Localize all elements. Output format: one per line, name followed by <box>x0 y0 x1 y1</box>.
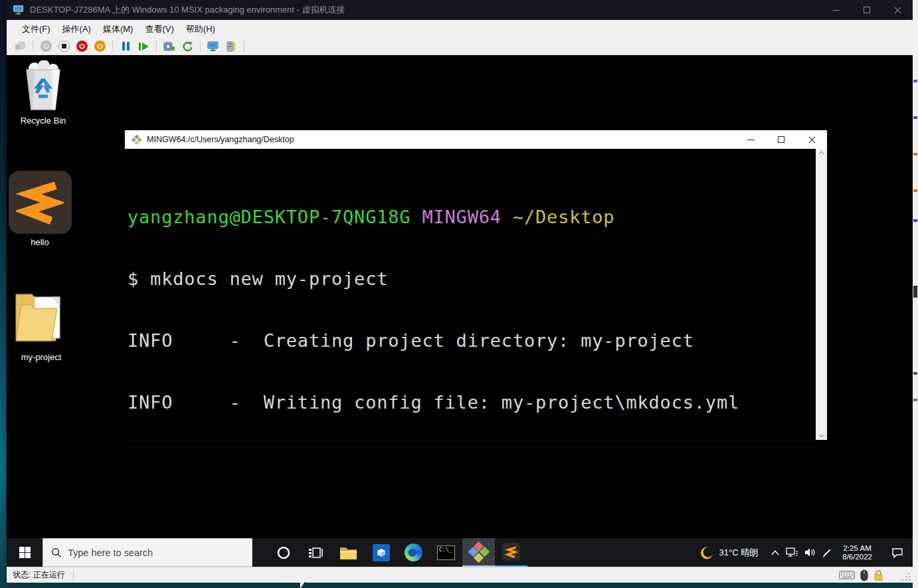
vm-close-button[interactable] <box>882 0 913 20</box>
sublime-text-icon <box>502 543 520 561</box>
mouse-cursor <box>300 581 305 588</box>
desktop-icon-label: hello <box>31 237 48 247</box>
close-icon <box>894 7 901 14</box>
turn-off-button[interactable] <box>57 40 70 53</box>
terminal-scrollbar[interactable] <box>816 149 827 440</box>
taskbar-sublime-button[interactable] <box>495 538 527 567</box>
mouse-status-icon[interactable] <box>860 569 868 581</box>
revert-button[interactable] <box>181 40 194 53</box>
save-state-button[interactable] <box>93 40 106 53</box>
search-input[interactable] <box>68 547 234 558</box>
terminal-output[interactable]: yangzhang@DESKTOP-7QNG18G MINGW64 ~/Desk… <box>125 149 816 440</box>
edge-icon <box>405 543 422 561</box>
network-icon[interactable] <box>786 547 798 557</box>
vm-taskbar: C:\_ 31°C 晴朗 <box>7 538 913 567</box>
terminal-info-line: INFO - Creating project directory: my-pr… <box>128 330 816 351</box>
ctrl-alt-del-button[interactable] <box>13 40 27 53</box>
desktop-icon-label: Recycle Bin <box>21 116 66 126</box>
devices-button[interactable] <box>225 40 238 53</box>
action-center-icon[interactable] <box>891 547 903 558</box>
scroll-up-icon <box>818 151 824 155</box>
clock-date: 8/6/2022 <box>842 553 872 561</box>
lock-status-icon[interactable] <box>873 569 883 581</box>
sublime-text-icon <box>9 171 72 234</box>
ctrl-alt-del-icon <box>15 42 25 51</box>
terminal-maximize-button[interactable] <box>766 130 796 149</box>
vm-status-text: 状态: 正在运行 <box>7 570 74 581</box>
terminal-titlebar[interactable]: MINGW64:/c/Users/yangzhang/Desktop <box>125 130 827 149</box>
start-button[interactable] <box>7 538 43 567</box>
pause-button[interactable] <box>119 40 132 53</box>
terminal-prompt-line: yangzhang@DESKTOP-7QNG18G MINGW64 ~/Desk… <box>128 207 816 227</box>
vm-menubar: 文件(F) 操作(A) 媒体(M) 查看(V) 帮助(H) <box>7 20 913 38</box>
taskbar-cortana-button[interactable] <box>267 538 300 567</box>
minimize-icon <box>833 10 840 11</box>
msys2-icon <box>132 135 141 145</box>
tray-chevron-up-icon[interactable] <box>771 549 780 556</box>
desktop-icon-hello[interactable]: hello <box>8 171 72 247</box>
host-background-window-sliver <box>913 0 918 588</box>
pause-icon <box>122 42 130 50</box>
terminal-title: MINGW64:/c/Users/yangzhang/Desktop <box>147 135 294 144</box>
clock-time: 2:25 AM <box>842 544 872 553</box>
scroll-down-icon <box>818 434 824 438</box>
checkpoint-icon <box>163 41 175 52</box>
devices-icon <box>226 41 236 52</box>
volume-icon[interactable] <box>804 547 816 557</box>
system-tray: 31°C 晴朗 <box>700 538 913 567</box>
vm-connect-window: DESKTOP-J7286MA 上的 Windows 10 MSIX packa… <box>7 0 913 583</box>
search-icon <box>51 547 62 558</box>
vm-maximize-button[interactable] <box>852 0 882 20</box>
resume-icon <box>139 43 149 50</box>
resume-button[interactable] <box>137 40 150 53</box>
maximize-icon <box>778 136 784 143</box>
weather-text[interactable]: 31°C 晴朗 <box>719 547 759 559</box>
cortana-icon <box>276 545 291 560</box>
vm-window-titlebar[interactable]: DESKTOP-J7286MA 上的 Windows 10 MSIX packa… <box>7 0 913 20</box>
desktop-icon-recycle-bin[interactable]: Recycle Bin <box>13 60 73 126</box>
taskbar-search-box[interactable] <box>43 538 252 567</box>
taskbar-cmd-button[interactable]: C:\_ <box>430 538 462 567</box>
file-explorer-icon <box>339 545 357 560</box>
menu-file[interactable]: 文件(F) <box>16 21 56 38</box>
recycle-bin-icon <box>21 60 65 112</box>
mingw64-terminal-window: MINGW64:/c/Users/yangzhang/Desktop yangz… <box>124 130 828 441</box>
menu-media[interactable]: 媒体(M) <box>97 21 139 38</box>
checkpoint-button[interactable] <box>163 40 176 53</box>
power-button-disabled <box>39 40 52 53</box>
stop-icon <box>58 41 70 52</box>
save-state-icon <box>94 41 106 52</box>
revert-icon <box>182 41 193 52</box>
desktop-icon-my-project[interactable]: my-project <box>11 285 72 362</box>
close-icon <box>808 136 816 144</box>
shutdown-icon <box>76 41 88 52</box>
taskbar-git-bash-button[interactable] <box>462 538 495 567</box>
taskbar-task-view-button[interactable] <box>300 538 332 567</box>
terminal-minimize-button[interactable] <box>735 130 766 149</box>
git-bash-icon <box>469 542 489 562</box>
shut-down-button[interactable] <box>75 40 88 53</box>
menu-action[interactable]: 操作(A) <box>56 21 97 38</box>
hyperv-vmconnect-icon <box>13 5 25 15</box>
terminal-command-line: $ mkdocs new my-project <box>128 268 816 289</box>
keyboard-status-icon[interactable] <box>839 571 855 579</box>
minimize-icon <box>747 140 755 140</box>
windows-ink-pen-icon[interactable] <box>822 547 832 558</box>
taskbar-file-explorer-button[interactable] <box>332 538 365 567</box>
vm-minimize-button[interactable] <box>821 0 852 20</box>
taskbar-msix-tool-button[interactable] <box>365 538 397 567</box>
vm-window-title: DESKTOP-J7286MA 上的 Windows 10 MSIX packa… <box>30 4 345 16</box>
terminal-close-button[interactable] <box>796 130 827 149</box>
menu-view[interactable]: 查看(V) <box>139 21 179 38</box>
menu-help[interactable]: 帮助(H) <box>180 21 221 38</box>
power-icon <box>41 41 52 52</box>
resize-grip[interactable] <box>901 572 911 581</box>
vm-statusbar: 状态: 正在运行 <box>7 567 913 583</box>
taskbar-edge-button[interactable] <box>397 538 430 567</box>
vm-desktop[interactable]: Recycle Bin hello my-project <box>7 55 913 567</box>
enhanced-session-button[interactable] <box>207 40 220 53</box>
weather-moon-icon[interactable] <box>700 546 713 559</box>
command-prompt-icon: C:\_ <box>437 545 455 560</box>
taskbar-clock[interactable]: 2:25 AM 8/6/2022 <box>842 544 872 561</box>
terminal-info-line: INFO - Writing config file: my-project\m… <box>128 392 816 413</box>
